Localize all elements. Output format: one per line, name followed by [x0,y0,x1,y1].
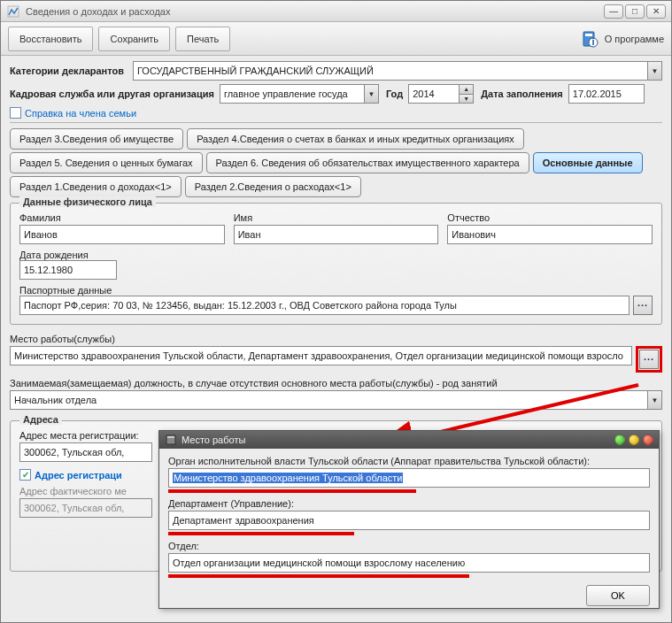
passport-ellipsis-button[interactable]: ··· [633,296,653,315]
dept-label: Департамент (Управление): [168,498,645,509]
firstname-value: Иван [238,229,261,240]
org-select[interactable]: главное управление госуда ▼ [220,84,379,104]
family-ref-link[interactable]: Справка на члена семьи [25,108,136,119]
dropdown-icon: ▼ [647,391,661,409]
about-label: О программе [605,34,664,44]
ok-button[interactable]: OK [586,585,650,606]
dialog-icon [165,434,177,446]
fact-addr-label: Адрес фактического ме [19,486,127,496]
otdel-value: Отдел организации медицинской помощи взр… [173,558,465,568]
dialog-title: Место работы [182,435,245,445]
dropdown-icon: ▼ [647,62,661,80]
workplace-ellipsis-highlight: ··· [636,346,662,373]
minimize-button[interactable]: — [604,4,623,19]
workplace-input[interactable]: Министерство здравоохранения Тульской об… [10,346,632,365]
tab-section2[interactable]: Раздел 2.Сведения о расходах<1> [185,176,361,197]
fill-date-label: Дата заполнения [481,88,563,99]
dialog-zoom-button[interactable] [614,435,625,445]
year-label: Год [386,88,403,99]
fill-date-input[interactable]: 17.02.2015 [568,84,645,104]
window-title: Сведения о доходах и расходах [26,6,602,17]
passport-input[interactable]: Паспорт РФ,серия: 70 03, № 123456, выдан… [19,296,630,315]
workplace-value: Министерство здравоохранения Тульской об… [14,350,623,361]
tab-section6[interactable]: Раздел 6. Сведения об обязательствах иму… [206,152,529,173]
main-window: Сведения о доходах и расходах — □ ✕ Восс… [0,0,672,623]
person-group: Данные физического лица Фамилия Иванов И… [10,203,662,325]
maximize-button[interactable]: □ [625,4,645,19]
lastname-label: Фамилия [19,212,220,223]
otdel-input[interactable]: Отдел организации медицинской помощи взр… [168,553,650,573]
dialog-titlebar: Место работы [159,431,659,449]
firstname-input[interactable]: Иван [234,225,439,244]
dob-label: Дата рождения [19,250,89,260]
fact-addr-value: 300062, Тульская обл, [24,503,124,513]
annotation-underline [168,574,469,578]
toolbar: Восстановить Сохранить Печать i О програ… [1,22,671,56]
dialog-min-button[interactable] [629,435,639,445]
addresses-group-title: Адреса [19,414,62,425]
year-input[interactable]: 2014 ▲▼ [408,84,474,104]
annotation-underline [168,532,354,535]
position-select[interactable]: Начальник отдела ▼ [10,390,662,410]
lastname-value: Иванов [24,229,58,240]
fact-addr-input: 300062, Тульская обл, [19,498,152,518]
tab-section5[interactable]: Раздел 5. Сведения о ценных бумагах [10,152,203,173]
categories-value: ГОСУДАРСТВЕННЫЙ ГРАЖДАНСКИЙ СЛУЖАЩИЙ [137,65,374,76]
lastname-input[interactable]: Иванов [19,225,225,244]
passport-label: Паспортные данные [19,285,112,296]
tab-strip: Раздел 3.Сведения об имуществе Раздел 4.… [10,128,662,197]
firstname-label: Имя [234,212,434,223]
save-button[interactable]: Сохранить [98,27,170,51]
person-group-title: Данные физического лица [19,196,156,207]
year-value: 2014 [413,88,448,99]
position-value: Начальник отдела [14,395,97,405]
tab-main-data[interactable]: Основные данные [533,152,643,173]
workplace-label: Место работы(службы) [10,334,115,344]
dob-value: 15.12.1980 [24,265,73,275]
organ-label: Орган исполнительной власти Тульской обл… [168,456,590,466]
workplace-ellipsis-button[interactable]: ··· [639,350,659,369]
about-button[interactable]: i О программе [580,29,664,49]
fill-date-value: 17.02.2015 [573,88,622,99]
categories-label: Категории декларантов [10,65,124,76]
dept-input[interactable]: Департамент здравоохранения [168,511,650,530]
reg-addr-input[interactable]: 300062, Тульская обл, [19,442,152,462]
svg-text:i: i [591,36,594,47]
reg-addr-label: Адрес места регистрации: [19,430,139,441]
dialog-close-button[interactable] [643,435,653,445]
patronym-label: Отчество [447,212,647,223]
tab-section4[interactable]: Раздел 4.Сведения о счетах в банках и ин… [187,128,524,150]
workplace-dialog: Место работы Орган исполнительной власти… [158,430,660,609]
reg-addr-value: 300062, Тульская обл, [24,447,124,458]
same-addr-label[interactable]: Адрес регистраци [35,470,122,481]
organ-value: Министерство здравоохранения Тульской об… [173,473,403,483]
same-addr-checkbox[interactable] [19,469,31,481]
patronym-value: Иванович [452,229,496,240]
info-icon: i [580,29,599,49]
titlebar: Сведения о доходах и расходах — □ ✕ [1,1,671,22]
tab-section3[interactable]: Раздел 3.Сведения об имуществе [10,128,183,150]
family-checkbox[interactable] [10,107,21,119]
svg-rect-7 [167,436,174,438]
dropdown-icon: ▼ [364,85,378,103]
dept-value: Департамент здравоохранения [173,515,314,526]
print-button[interactable]: Печать [175,27,230,51]
close-button[interactable]: ✕ [646,4,666,19]
tab-section1[interactable]: Раздел 1.Сведения о доходах<1> [10,176,182,197]
otdel-label: Отдел: [168,541,645,551]
position-label: Занимаемая(замещаемая) должность, в случ… [10,378,498,388]
org-value: главное управление госуда [224,88,348,99]
org-label: Кадровая служба или другая организация [10,88,214,99]
categories-select[interactable]: ГОСУДАРСТВЕННЫЙ ГРАЖДАНСКИЙ СЛУЖАЩИЙ ▼ [133,61,662,81]
app-icon [6,4,20,19]
organ-input[interactable]: Министерство здравоохранения Тульской об… [168,468,650,488]
year-spinner[interactable]: ▲▼ [459,85,473,103]
annotation-underline [168,489,416,493]
restore-button[interactable]: Восстановить [8,27,93,51]
passport-value: Паспорт РФ,серия: 70 03, № 123456, выдан… [24,300,457,311]
dob-input[interactable]: 15.12.1980 [19,260,117,280]
patronym-input[interactable]: Иванович [447,225,653,244]
